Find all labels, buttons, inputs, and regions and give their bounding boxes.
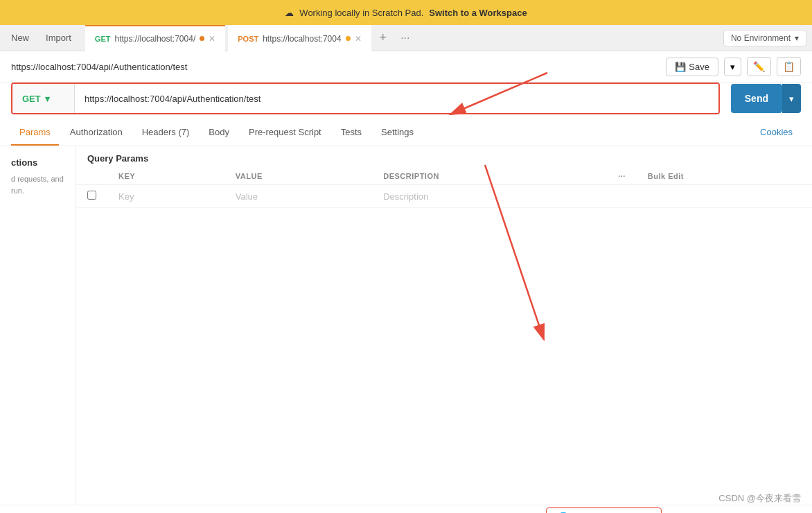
tab-close-post[interactable]: ✕ [355, 34, 362, 44]
resp-tab-test-results[interactable]: Test Results [170, 505, 236, 513]
tab-headers-label: Headers (7) [142, 127, 190, 137]
request-row: GET ▾ [11, 82, 720, 114]
query-params-label: Query Params [76, 146, 812, 168]
tab-body-label: Body [209, 127, 229, 137]
value-header: VALUE [224, 168, 372, 185]
tab-close-get[interactable]: ✕ [209, 34, 215, 44]
send-dropdown-button[interactable]: ▾ [782, 84, 801, 113]
import-button[interactable]: Import [40, 30, 77, 46]
save-dropdown-button[interactable]: ▾ [724, 58, 741, 76]
sidebar-title: ctions [11, 157, 64, 168]
extra-col: ··· [607, 168, 637, 185]
params-table: KEY VALUE DESCRIPTION ··· Bulk Edit Key … [76, 168, 812, 208]
param-value[interactable]: Value [224, 185, 372, 208]
environment-selector[interactable]: No Environment ▾ [723, 30, 806, 46]
tab-dot-get [200, 36, 204, 41]
tab-tests-label: Tests [341, 127, 362, 137]
tab-dot-post [346, 36, 351, 41]
new-tab-button[interactable]: New [6, 30, 35, 46]
description-header: DESCRIPTION [372, 168, 607, 185]
tab-get-request[interactable]: GET https://localhost:7004/ ✕ [85, 25, 225, 51]
tab-cookies[interactable]: Cookies [752, 120, 801, 146]
note-icon: 📋 [783, 61, 795, 72]
send-wrapper: Send ▾ [725, 84, 801, 113]
env-label: No Environment [731, 33, 791, 43]
resp-tab-cookies[interactable]: Cookies [51, 505, 100, 513]
note-button[interactable]: 📋 [777, 57, 801, 76]
tab-params[interactable]: Params [11, 120, 59, 146]
cloud-icon: ☁ [285, 8, 294, 18]
checkbox-col [76, 168, 107, 185]
request-tabs: Params Authorization Headers (7) Body Pr… [0, 120, 812, 146]
new-tab-plus[interactable]: + [374, 31, 393, 45]
url-bar-area: https://localhost:7004/api/Authenticatio… [0, 51, 812, 82]
request-row-wrapper: GET ▾ Send ▾ [11, 82, 801, 114]
banner-text: Working locally in Scratch Pad. [299, 8, 423, 18]
key-header: KEY [107, 168, 224, 185]
resp-tab-headers[interactable]: Headers (4) [103, 505, 168, 513]
send-label: Send [745, 93, 768, 104]
top-banner: ☁ Working locally in Scratch Pad. Switch… [0, 0, 812, 25]
method-value: GET [22, 94, 41, 104]
resp-tab-body[interactable]: Body [11, 505, 48, 513]
tab-url-get: https://localhost:7004/ [114, 34, 195, 44]
params-area: Query Params KEY VALUE DESCRIPTION ··· B… [76, 146, 812, 505]
save-button[interactable]: 💾 Save [666, 58, 718, 76]
tab-post-request[interactable]: POST https://localhost:7004 ✕ [228, 25, 371, 51]
tab-authorization-label: Authorization [70, 127, 123, 137]
send-button[interactable]: Send [731, 84, 782, 113]
tab-authorization[interactable]: Authorization [62, 120, 131, 146]
param-row-empty: Key Value Description [76, 185, 812, 208]
main-content: ctions d requests, and run. Query Params… [0, 146, 812, 505]
sidebar-text: d requests, and run. [11, 173, 64, 196]
watermark: CSDN @今夜来看雪 [718, 492, 801, 505]
tab-url-post: https://localhost:7004 [263, 34, 341, 44]
tab-settings-label: Settings [381, 127, 414, 137]
response-tabs-row: Body Cookies Headers (4) Test Results 🌐 … [0, 505, 812, 513]
request-title: https://localhost:7004/api/Authenticatio… [11, 62, 660, 72]
response-area: Body Cookies Headers (4) Test Results 🌐 … [0, 505, 812, 513]
save-icon: 💾 [675, 62, 686, 72]
url-input[interactable] [75, 84, 718, 113]
edit-button[interactable]: ✏️ [747, 57, 771, 76]
tab-body[interactable]: Body [200, 120, 238, 146]
param-extra [607, 185, 637, 208]
tab-pre-request-label: Pre-request Script [249, 127, 321, 137]
tab-bar-left: New Import [6, 30, 77, 46]
tab-settings[interactable]: Settings [373, 120, 422, 146]
tab-tests[interactable]: Tests [333, 120, 370, 146]
tab-headers[interactable]: Headers (7) [134, 120, 198, 146]
method-label-get: GET [95, 35, 111, 43]
url-actions: 💾 Save ▾ ✏️ 📋 [666, 57, 801, 76]
edit-icon: ✏️ [753, 61, 765, 72]
tab-pre-request-script[interactable]: Pre-request Script [240, 120, 330, 146]
param-key[interactable]: Key [107, 185, 224, 208]
param-checkbox[interactable] [87, 191, 96, 200]
tab-cookies-label: Cookies [760, 127, 793, 137]
param-description[interactable]: Description [372, 185, 607, 208]
chevron-down-icon: ▾ [795, 33, 799, 43]
response-status-area: 🌐 401 Unauthorized 245 ms 128 B Save Res… [546, 507, 801, 513]
bulk-edit-header[interactable]: Bulk Edit [637, 168, 812, 185]
banner-link[interactable]: Switch to a Workspace [429, 8, 527, 18]
tab-params-label: Params [19, 127, 51, 137]
sidebar: ctions d requests, and run. [0, 146, 76, 505]
param-bulk [637, 185, 812, 208]
method-label-post: POST [238, 35, 258, 43]
save-label: Save [689, 62, 709, 72]
status-box: 🌐 401 Unauthorized [546, 507, 661, 513]
method-chevron: ▾ [45, 94, 50, 104]
method-selector[interactable]: GET ▾ [12, 84, 75, 113]
tab-overflow-menu[interactable]: ··· [395, 32, 415, 44]
tab-bar: New Import GET https://localhost:7004/ ✕… [0, 25, 812, 51]
